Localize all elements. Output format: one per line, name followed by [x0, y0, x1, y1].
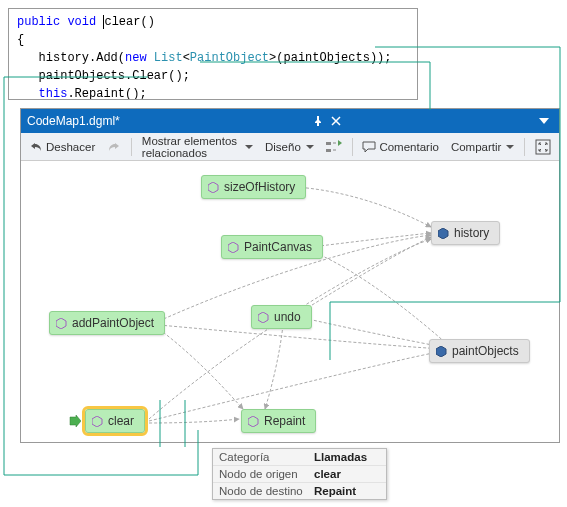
node-history[interactable]: history	[431, 221, 500, 245]
node-label: PaintCanvas	[244, 240, 312, 254]
fit-icon	[535, 139, 551, 155]
keyword-this: this	[39, 87, 68, 100]
comment-icon	[362, 141, 376, 153]
show-related-label: Mostrar elementos relacionados	[142, 135, 240, 159]
field-icon	[438, 228, 449, 239]
undo-button[interactable]: Deshacer	[25, 138, 99, 156]
undo-label: Deshacer	[46, 141, 95, 153]
keyword-void: void	[67, 15, 96, 29]
keyword-new: new	[125, 51, 147, 65]
node-label: paintObjects	[452, 344, 519, 358]
undo-icon	[29, 140, 43, 154]
svg-rect-2	[536, 140, 550, 154]
svg-rect-0	[326, 142, 331, 145]
pin-icon[interactable]	[309, 112, 327, 130]
code-editor-pane[interactable]: public void clear() { history.Add(new Li…	[8, 8, 418, 100]
filter-icon	[326, 140, 342, 154]
tooltip-category-key: Categoría	[219, 451, 314, 463]
node-sizeofhistory[interactable]: sizeOfHistory	[201, 175, 306, 199]
tooltip-category-value: Llamadas	[314, 451, 367, 463]
edge-tooltip: CategoríaLlamadas Nodo de origenclear No…	[212, 448, 387, 500]
filter-toggle-button[interactable]	[322, 138, 346, 156]
comment-label: Comentario	[379, 141, 438, 153]
node-undo[interactable]: undo	[251, 305, 312, 329]
redo-icon	[107, 140, 121, 154]
keyword-public: public	[17, 15, 60, 29]
current-marker-icon	[69, 415, 81, 427]
node-label: history	[454, 226, 489, 240]
node-label: addPaintObject	[72, 316, 154, 330]
layout-button[interactable]: Diseño	[261, 139, 318, 155]
svg-rect-1	[326, 149, 331, 152]
fit-to-screen-button[interactable]	[531, 137, 555, 157]
layout-label: Diseño	[265, 141, 301, 153]
field-icon	[436, 346, 447, 357]
node-clear[interactable]: clear	[85, 409, 145, 433]
node-label: Repaint	[264, 414, 305, 428]
node-label: sizeOfHistory	[224, 180, 295, 194]
history-add-suffix: (paintObjects));	[276, 51, 391, 65]
paint-clear-call: paintObjects.Clear();	[39, 69, 190, 83]
window-menu-icon[interactable]	[535, 112, 553, 130]
comment-button[interactable]: Comentario	[358, 139, 442, 155]
node-paintcanvas[interactable]: PaintCanvas	[221, 235, 323, 259]
node-addpaintobject[interactable]: addPaintObject	[49, 311, 165, 335]
share-button[interactable]: Compartir	[447, 139, 518, 155]
method-icon	[258, 312, 269, 323]
method-icon	[56, 318, 67, 329]
window-title-bar[interactable]: CodeMap1.dgml*	[21, 109, 559, 133]
brace-open: {	[17, 33, 24, 47]
history-add-prefix: history.Add(	[39, 51, 125, 65]
share-label: Compartir	[451, 141, 501, 153]
show-related-button[interactable]: Mostrar elementos relacionados	[138, 133, 257, 161]
codemap-toolbar: Deshacer Mostrar elementos relacionados …	[21, 133, 559, 161]
node-label: undo	[274, 310, 301, 324]
repaint-call: .Repaint();	[67, 87, 146, 100]
method-icon	[248, 416, 259, 427]
tooltip-dest-key: Nodo de destino	[219, 485, 314, 497]
type-paintobject: PaintObject	[190, 51, 269, 65]
method-icon	[92, 416, 103, 427]
graph-canvas[interactable]: sizeOfHistory PaintCanvas addPaintObject…	[21, 161, 559, 442]
method-icon	[228, 242, 239, 253]
type-list: List	[154, 51, 183, 65]
window-title: CodeMap1.dgml*	[27, 114, 120, 128]
tooltip-source-value: clear	[314, 468, 341, 480]
node-label: clear	[108, 414, 134, 428]
node-repaint[interactable]: Repaint	[241, 409, 316, 433]
node-paintobjects[interactable]: paintObjects	[429, 339, 530, 363]
method-name: clear	[104, 15, 140, 29]
redo-button[interactable]	[103, 138, 125, 156]
method-icon	[208, 182, 219, 193]
parens: ()	[140, 15, 154, 29]
close-icon[interactable]	[327, 112, 345, 130]
tooltip-dest-value: Repaint	[314, 485, 356, 497]
codemap-window: CodeMap1.dgml* Deshacer Mostrar elemento…	[20, 108, 560, 443]
tooltip-source-key: Nodo de origen	[219, 468, 314, 480]
graph-edges	[21, 161, 559, 442]
